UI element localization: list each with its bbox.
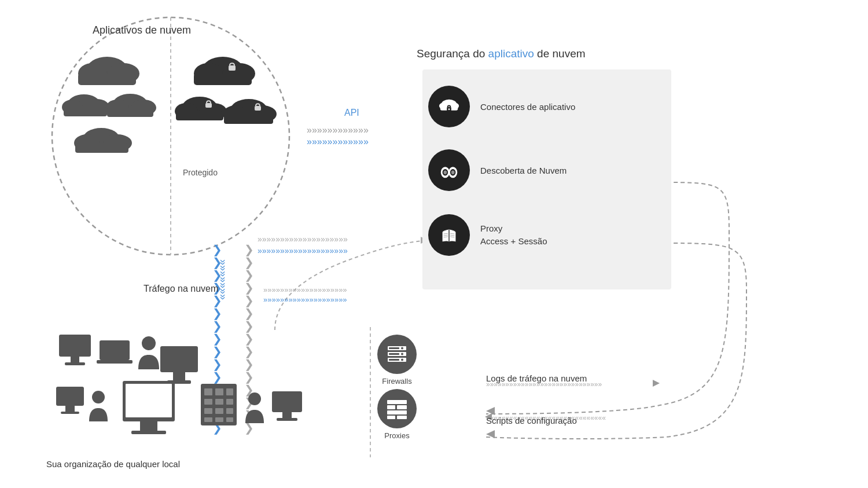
svg-text:❯: ❯ — [212, 294, 222, 307]
svg-text:❯: ❯ — [244, 256, 254, 269]
clouds-right — [174, 49, 278, 179]
svg-point-110 — [92, 391, 105, 403]
svg-text:»»»»»»»»»»»»: »»»»»»»»»»»» — [307, 137, 369, 146]
connectors-label: Conectores de aplicativo — [480, 102, 575, 112]
connectors-item: Conectores de aplicativo — [428, 86, 575, 127]
svg-rect-76 — [224, 114, 273, 124]
svg-text:❯: ❯ — [212, 256, 222, 269]
api-label: API — [344, 108, 359, 118]
firewall-item: Firewalls — [377, 335, 417, 386]
svg-rect-105 — [173, 372, 185, 380]
svg-text:»»»»»»»»»»»»»»»»»»»»: »»»»»»»»»»»»»»»»»»»» — [258, 246, 348, 255]
svg-rect-120 — [226, 408, 233, 414]
svg-rect-77 — [255, 106, 261, 111]
discovery-item: Descoberta de Nuvem — [428, 149, 567, 191]
svg-rect-138 — [389, 347, 399, 349]
svg-rect-117 — [226, 399, 233, 405]
svg-text:❯: ❯ — [244, 281, 254, 295]
proxies-label: Proxies — [384, 431, 409, 440]
svg-rect-50 — [78, 74, 136, 85]
svg-text:❯: ❯ — [244, 307, 254, 320]
discovery-icon — [428, 149, 470, 191]
svg-text:»»»»»»»»»»»»: »»»»»»»»»»»» — [307, 125, 369, 135]
svg-point-137 — [401, 359, 403, 361]
svg-rect-143 — [397, 405, 407, 409]
svg-rect-71 — [176, 111, 223, 120]
proxy-label: Proxy Access + Sessão — [480, 222, 547, 248]
firewall-label: Firewalls — [382, 377, 411, 386]
svg-point-89 — [444, 170, 447, 174]
proxy-firewall-item: Proxies — [377, 389, 417, 440]
svg-rect-140 — [389, 359, 399, 361]
svg-rect-131 — [131, 431, 166, 434]
svg-rect-98 — [59, 335, 91, 357]
svg-rect-141 — [387, 400, 407, 404]
org-label: Sua organização de qualquer local — [46, 459, 180, 469]
svg-marker-41 — [653, 380, 660, 387]
svg-rect-100 — [65, 362, 85, 365]
traffic-label: Tráfego na nuvem — [144, 284, 218, 294]
svg-rect-122 — [215, 417, 223, 422]
diagram-container: »»»»»»»»»»»» »»»»»»»»»»»» API »»»»»»» ❯ … — [0, 0, 868, 488]
logs-label: Logs de tráfego na nuvem — [486, 373, 587, 383]
scripts-label: Scripts de configuração — [486, 416, 577, 425]
svg-rect-129 — [126, 384, 172, 417]
svg-point-103 — [142, 336, 156, 350]
svg-point-135 — [401, 347, 403, 350]
svg-text:»»»»»»»»»»»»»»»»»»»»: »»»»»»»»»»»»»»»»»»»» — [258, 234, 348, 244]
svg-rect-58 — [107, 108, 153, 117]
proxy-icon — [428, 214, 470, 256]
svg-rect-130 — [140, 421, 157, 431]
svg-rect-123 — [226, 417, 233, 422]
svg-rect-62 — [75, 143, 128, 153]
api-arrows: »»»»»»»»»»»» »»»»»»»»»»»» — [307, 125, 369, 146]
svg-rect-126 — [282, 412, 292, 418]
svg-point-83 — [448, 108, 450, 110]
svg-text:»»»»»»»»»»»»»»»»»»»»: »»»»»»»»»»»»»»»»»»»» — [263, 285, 347, 294]
protected-label: Protegido — [183, 168, 218, 177]
svg-text:❯: ❯ — [244, 243, 254, 256]
svg-rect-119 — [215, 408, 223, 414]
blue-down-traffic: »»»»»»» — [218, 259, 229, 300]
svg-text:❯: ❯ — [212, 243, 222, 256]
svg-rect-107 — [56, 387, 84, 406]
svg-rect-72 — [205, 103, 212, 108]
svg-rect-101 — [100, 340, 130, 360]
svg-text:❯: ❯ — [212, 307, 222, 320]
svg-rect-114 — [226, 388, 233, 395]
svg-rect-108 — [65, 406, 75, 412]
svg-rect-66 — [194, 74, 252, 85]
svg-text:❯: ❯ — [212, 269, 222, 282]
clouds-left — [61, 49, 156, 167]
svg-rect-118 — [204, 408, 212, 414]
cloud-apps-label: Aplicativos de nuvem — [93, 24, 191, 36]
svg-marker-38 — [486, 430, 495, 438]
svg-text:❯: ❯ — [244, 269, 254, 282]
svg-rect-54 — [64, 107, 107, 116]
svg-rect-116 — [215, 399, 223, 405]
svg-rect-125 — [272, 391, 302, 412]
svg-rect-102 — [97, 360, 133, 364]
svg-rect-121 — [204, 417, 212, 422]
svg-rect-139 — [389, 353, 399, 355]
svg-rect-113 — [215, 388, 223, 395]
svg-point-124 — [248, 392, 261, 405]
svg-rect-145 — [387, 416, 395, 419]
svg-rect-67 — [229, 65, 236, 71]
svg-rect-127 — [277, 418, 297, 421]
security-title: Segurança do aplicativo de nuvem — [417, 47, 586, 60]
proxy-item: Proxy Access + Sessão — [428, 214, 547, 256]
svg-rect-144 — [387, 410, 407, 414]
svg-rect-115 — [204, 399, 212, 405]
svg-text:»»»»»»»: »»»»»»» — [218, 259, 229, 300]
svg-text:»»»»»»»»»»»»»»»»»»»»: »»»»»»»»»»»»»»»»»»»» — [263, 295, 347, 304]
svg-rect-146 — [397, 416, 407, 419]
svg-point-90 — [451, 170, 455, 174]
svg-rect-104 — [160, 346, 198, 372]
svg-point-136 — [401, 353, 403, 355]
svg-rect-112 — [204, 388, 212, 395]
svg-rect-142 — [387, 405, 395, 409]
connectors-icon — [428, 86, 470, 127]
discovery-label: Descoberta de Nuvem — [480, 166, 567, 175]
svg-marker-37 — [486, 407, 495, 415]
